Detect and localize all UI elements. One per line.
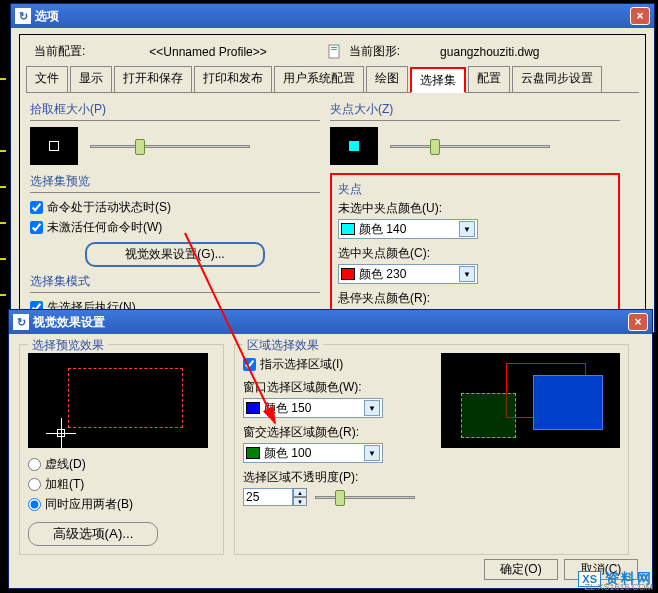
current-profile-value: <<Unnamed Profile>> bbox=[149, 45, 266, 59]
current-drawing-label: 当前图形: bbox=[349, 43, 400, 60]
radio-both[interactable] bbox=[28, 498, 41, 511]
app-icon: ↻ bbox=[13, 314, 29, 330]
selection-preview-sample bbox=[28, 353, 208, 448]
watermark-url: ZL.XS1616.COM bbox=[584, 582, 653, 592]
spinner-down-icon[interactable]: ▼ bbox=[293, 497, 307, 506]
selection-preview-label: 选择集预览 bbox=[30, 173, 320, 190]
tab-display[interactable]: 显示 bbox=[70, 66, 112, 92]
chevron-down-icon: ▼ bbox=[364, 400, 380, 416]
close-icon[interactable]: × bbox=[628, 313, 648, 331]
options-dialog: ↻ 选项 × 当前配置: <<Unnamed Profile>> 当前图形: g… bbox=[10, 3, 655, 333]
advanced-options-button[interactable]: 高级选项(A)... bbox=[28, 522, 158, 546]
selection-preview-effect-label: 选择预览效果 bbox=[28, 337, 108, 354]
opacity-label: 选择区域不透明度(P): bbox=[243, 469, 431, 486]
area-selection-preview bbox=[441, 353, 620, 448]
tab-selection[interactable]: 选择集 bbox=[410, 67, 466, 93]
config-row: 当前配置: <<Unnamed Profile>> 当前图形: guangzho… bbox=[26, 41, 639, 62]
pickbox-size-label: 拾取框大小(P) bbox=[30, 101, 320, 118]
unselected-grip-color-value: 颜色 140 bbox=[359, 221, 406, 238]
options-content: 当前配置: <<Unnamed Profile>> 当前图形: guangzho… bbox=[19, 34, 646, 324]
cb-command-active[interactable] bbox=[30, 201, 43, 214]
tab-profile[interactable]: 配置 bbox=[468, 66, 510, 92]
watermark: XS 资料网 ZL.XS1616.COM bbox=[578, 570, 653, 588]
radio-thicken-label: 加粗(T) bbox=[45, 476, 84, 493]
window-color-label: 窗口选择区域颜色(W): bbox=[243, 379, 431, 396]
svg-rect-0 bbox=[329, 45, 339, 58]
grip-size-label: 夹点大小(Z) bbox=[330, 101, 620, 118]
cb-no-command[interactable] bbox=[30, 221, 43, 234]
cb-no-command-label: 未激活任何命令时(W) bbox=[47, 219, 162, 236]
selected-grip-color-value: 颜色 230 bbox=[359, 266, 406, 283]
grip-preview bbox=[330, 127, 378, 165]
selection-preview-effect-group: 选择预览效果 虚线(D) 加粗(T) 同时应用两者(B) 高级选项(A)... bbox=[19, 344, 224, 555]
grips-group-label: 夹点 bbox=[338, 181, 612, 198]
visual-effects-title: 视觉效果设置 bbox=[33, 314, 105, 331]
radio-thicken[interactable] bbox=[28, 478, 41, 491]
tab-cloud[interactable]: 云盘同步设置 bbox=[512, 66, 602, 92]
chevron-down-icon: ▼ bbox=[459, 221, 475, 237]
chevron-down-icon: ▼ bbox=[364, 445, 380, 461]
area-selection-effect-label: 区域选择效果 bbox=[243, 337, 323, 354]
cb-indicate-area[interactable] bbox=[243, 358, 256, 371]
cb-indicate-area-label: 指示选择区域(I) bbox=[260, 356, 343, 373]
chevron-down-icon: ▼ bbox=[459, 266, 475, 282]
radio-dash-label: 虚线(D) bbox=[45, 456, 86, 473]
opacity-slider[interactable] bbox=[315, 488, 415, 506]
window-color-value: 颜色 150 bbox=[264, 400, 311, 417]
current-config-label: 当前配置: bbox=[34, 43, 85, 60]
spinner-up-icon[interactable]: ▲ bbox=[293, 488, 307, 497]
selected-grip-color-combo[interactable]: 颜色 230▼ bbox=[338, 264, 478, 284]
unselected-grip-color-label: 未选中夹点颜色(U): bbox=[338, 200, 612, 217]
app-icon: ↻ bbox=[15, 8, 31, 24]
pickbox-size-slider[interactable] bbox=[90, 137, 250, 155]
crossing-color-combo[interactable]: 颜色 100▼ bbox=[243, 443, 383, 463]
radio-dash[interactable] bbox=[28, 458, 41, 471]
selection-mode-label: 选择集模式 bbox=[30, 273, 320, 290]
hover-grip-color-label: 悬停夹点颜色(R): bbox=[338, 290, 612, 307]
options-title: 选项 bbox=[35, 8, 59, 25]
visual-effect-settings-button[interactable]: 视觉效果设置(G)... bbox=[85, 242, 265, 267]
unselected-grip-color-combo[interactable]: 颜色 140▼ bbox=[338, 219, 478, 239]
visual-effects-title-bar[interactable]: ↻ 视觉效果设置 × bbox=[9, 310, 652, 334]
opacity-input[interactable] bbox=[243, 488, 293, 506]
tab-plot[interactable]: 打印和发布 bbox=[194, 66, 272, 92]
crossing-color-value: 颜色 100 bbox=[264, 445, 311, 462]
tab-drafting[interactable]: 绘图 bbox=[366, 66, 408, 92]
options-title-bar[interactable]: ↻ 选项 × bbox=[11, 4, 654, 28]
grip-size-slider[interactable] bbox=[390, 137, 550, 155]
visual-effects-dialog: ↻ 视觉效果设置 × 选择预览效果 虚线(D) 加粗(T) 同时应用两者(B) … bbox=[8, 309, 653, 589]
tabs-bar: 文件 显示 打开和保存 打印和发布 用户系统配置 绘图 选择集 配置 云盘同步设… bbox=[26, 66, 639, 93]
tab-open-save[interactable]: 打开和保存 bbox=[114, 66, 192, 92]
tab-file[interactable]: 文件 bbox=[26, 66, 68, 92]
window-color-combo[interactable]: 颜色 150▼ bbox=[243, 398, 383, 418]
area-selection-effect-group: 区域选择效果 指示选择区域(I) 窗口选择区域颜色(W): 颜色 150▼ 窗交… bbox=[234, 344, 629, 555]
current-drawing-value: guangzhouziti.dwg bbox=[440, 45, 539, 59]
crossing-color-label: 窗交选择区域颜色(R): bbox=[243, 424, 431, 441]
cb-command-active-label: 命令处于活动状态时(S) bbox=[47, 199, 171, 216]
svg-rect-2 bbox=[331, 49, 337, 50]
pickbox-preview bbox=[30, 127, 78, 165]
ok-button[interactable]: 确定(O) bbox=[484, 559, 558, 580]
close-icon[interactable]: × bbox=[630, 7, 650, 25]
selected-grip-color-label: 选中夹点颜色(C): bbox=[338, 245, 612, 262]
svg-rect-1 bbox=[331, 47, 337, 48]
tab-system[interactable]: 用户系统配置 bbox=[274, 66, 364, 92]
opacity-spinner[interactable]: ▲▼ bbox=[243, 488, 307, 506]
drawing-icon bbox=[327, 44, 343, 60]
radio-both-label: 同时应用两者(B) bbox=[45, 496, 133, 513]
